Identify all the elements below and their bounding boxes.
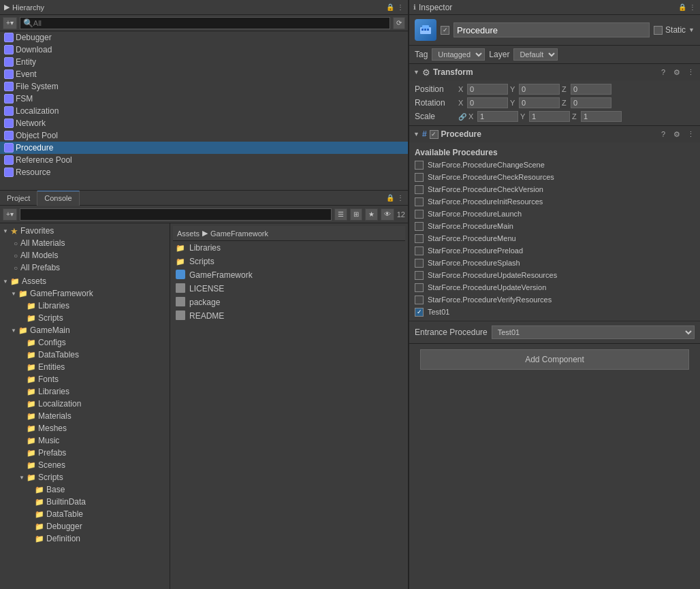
object-name-input[interactable] xyxy=(454,22,650,37)
procedure-checkbox-10[interactable] xyxy=(415,283,424,292)
tree-item-procedure[interactable]: Procedure xyxy=(0,142,408,154)
folder-debugger[interactable]: 📁 Debugger xyxy=(0,520,170,532)
file-libraries[interactable]: 📁 Libraries xyxy=(173,241,405,255)
folder-scripts2[interactable]: ▼ 📁 Scripts xyxy=(0,471,170,483)
folder-libraries[interactable]: 📁 Libraries xyxy=(0,300,170,312)
transform-help-btn[interactable]: ? xyxy=(658,68,669,77)
file-package[interactable]: package xyxy=(173,296,405,309)
breadcrumb-gameframework[interactable]: GameFramework xyxy=(210,229,268,238)
hierarchy-search-box[interactable]: 🔍 xyxy=(20,17,390,29)
file-gameframework[interactable]: GameFramework xyxy=(173,268,405,282)
tree-item-event[interactable]: Event xyxy=(0,68,408,80)
favorites-header[interactable]: ▼ ★ Favorites xyxy=(0,225,170,237)
tag-dropdown[interactable]: Untagged xyxy=(432,48,485,61)
favorites-all-materials[interactable]: ○ All Materials xyxy=(0,237,170,249)
static-checkbox[interactable] xyxy=(654,26,663,35)
procedure-enabled-checkbox[interactable] xyxy=(430,130,439,139)
tree-item-localization[interactable]: Localization xyxy=(0,105,408,117)
transform-settings-btn[interactable]: ⚙ xyxy=(671,68,682,77)
rotation-y-input[interactable] xyxy=(519,97,560,108)
tab-project[interactable]: Project xyxy=(0,191,37,206)
layer-dropdown[interactable]: Default xyxy=(513,48,558,61)
project-more-icon[interactable]: ⋮ xyxy=(397,194,404,202)
tree-item-referencepool[interactable]: Reference Pool xyxy=(0,154,408,166)
tree-item-objectpool[interactable]: Object Pool xyxy=(0,129,408,142)
static-dropdown-icon[interactable]: ▼ xyxy=(688,27,695,33)
project-eye-button[interactable]: 👁 xyxy=(381,208,394,221)
folder-libraries2[interactable]: 📁 Libraries xyxy=(0,385,170,398)
tree-item-network[interactable]: Network xyxy=(0,117,408,129)
procedure-checkbox-5[interactable] xyxy=(415,222,424,231)
favorites-all-models[interactable]: ○ All Models xyxy=(0,249,170,261)
procedure-checkbox-4[interactable] xyxy=(415,210,424,219)
folder-music[interactable]: 📁 Music xyxy=(0,434,170,447)
folder-gamemain[interactable]: ▼ 📁 GameMain xyxy=(0,324,170,336)
transform-component-header[interactable]: ▼ ⚙ Transform ? ⚙ ⋮ xyxy=(409,64,700,80)
hierarchy-more-icon[interactable]: ⋮ xyxy=(397,3,404,11)
hierarchy-add-button[interactable]: +▾ xyxy=(3,17,17,29)
procedure-checkbox-2[interactable] xyxy=(415,185,424,194)
procedure-settings-btn[interactable]: ⚙ xyxy=(671,130,682,139)
file-readme[interactable]: README xyxy=(173,309,405,323)
procedure-checkbox-6[interactable] xyxy=(415,234,424,243)
hierarchy-collapse-icon[interactable]: ▶ xyxy=(4,3,10,12)
rotation-x-input[interactable] xyxy=(467,97,508,108)
folder-fonts[interactable]: 📁 Fonts xyxy=(0,373,170,385)
project-search-input[interactable] xyxy=(23,210,328,219)
tree-item-filesystem[interactable]: File System xyxy=(0,80,408,93)
procedure-checkbox-8[interactable] xyxy=(415,259,424,268)
breadcrumb-assets[interactable]: Assets xyxy=(177,229,200,238)
project-filter-button[interactable]: ☰ xyxy=(334,208,347,221)
procedure-checkbox-12[interactable] xyxy=(415,308,424,317)
folder-configs[interactable]: 📁 Configs xyxy=(0,336,170,349)
procedure-checkbox-3[interactable] xyxy=(415,197,424,206)
folder-scenes[interactable]: 📁 Scenes xyxy=(0,459,170,471)
procedure-checkbox-9[interactable] xyxy=(415,271,424,280)
procedure-checkbox-0[interactable] xyxy=(415,161,424,170)
file-license[interactable]: LICENSE xyxy=(173,282,405,296)
inspector-more-icon[interactable]: ⋮ xyxy=(689,3,696,11)
project-grid-button[interactable]: ⊞ xyxy=(350,208,362,221)
tree-item-entity[interactable]: Entity xyxy=(0,56,408,68)
folder-localization[interactable]: 📁 Localization xyxy=(0,398,170,410)
scale-x-input[interactable] xyxy=(477,111,518,122)
project-lock-icon[interactable]: 🔒 xyxy=(386,194,394,202)
procedure-checkbox-11[interactable] xyxy=(415,296,424,304)
folder-datatable[interactable]: 📁 DataTable xyxy=(0,508,170,520)
object-active-checkbox[interactable] xyxy=(441,26,449,35)
file-scripts[interactable]: 📁 Scripts xyxy=(173,255,405,268)
procedure-checkbox-7[interactable] xyxy=(415,246,424,255)
folder-base[interactable]: 📁 Base xyxy=(0,483,170,496)
tree-item-resource[interactable]: Resource xyxy=(0,166,408,178)
folder-meshes[interactable]: 📁 Meshes xyxy=(0,422,170,434)
add-component-button[interactable]: Add Component xyxy=(420,349,689,370)
procedure-more-btn[interactable]: ⋮ xyxy=(685,130,696,139)
hierarchy-refresh-button[interactable]: ⟳ xyxy=(393,17,405,29)
folder-definition[interactable]: 📁 Definition xyxy=(0,532,170,545)
project-add-button[interactable]: +▾ xyxy=(3,208,17,221)
inspector-lock-icon[interactable]: 🔒 xyxy=(678,3,686,11)
tree-item-debugger[interactable]: Debugger xyxy=(0,31,408,44)
assets-root-folder[interactable]: ▼ 📁 Assets xyxy=(0,275,170,287)
folder-prefabs[interactable]: 📁 Prefabs xyxy=(0,447,170,459)
transform-more-btn[interactable]: ⋮ xyxy=(685,68,696,77)
folder-builtindata[interactable]: 📁 BuiltinData xyxy=(0,496,170,508)
tree-item-download[interactable]: Download xyxy=(0,44,408,56)
procedure-checkbox-1[interactable] xyxy=(415,173,424,182)
folder-scripts[interactable]: 📁 Scripts xyxy=(0,312,170,324)
scale-z-input[interactable] xyxy=(581,111,622,122)
position-x-input[interactable] xyxy=(467,84,508,95)
folder-materials[interactable]: 📁 Materials xyxy=(0,410,170,422)
procedure-component-header[interactable]: ▼ # Procedure ? ⚙ ⋮ xyxy=(409,126,700,142)
project-star-button[interactable]: ★ xyxy=(365,208,378,221)
hierarchy-search-input[interactable] xyxy=(33,19,387,27)
position-y-input[interactable] xyxy=(519,84,560,95)
hierarchy-lock-icon[interactable]: 🔒 xyxy=(386,3,394,11)
tab-console[interactable]: Console xyxy=(37,191,79,206)
position-z-input[interactable] xyxy=(571,84,611,95)
folder-datatables[interactable]: 📁 DataTables xyxy=(0,349,170,361)
rotation-z-input[interactable] xyxy=(571,97,611,108)
project-search-box[interactable] xyxy=(20,208,332,221)
folder-entities[interactable]: 📁 Entities xyxy=(0,361,170,373)
procedure-help-btn[interactable]: ? xyxy=(658,130,669,139)
